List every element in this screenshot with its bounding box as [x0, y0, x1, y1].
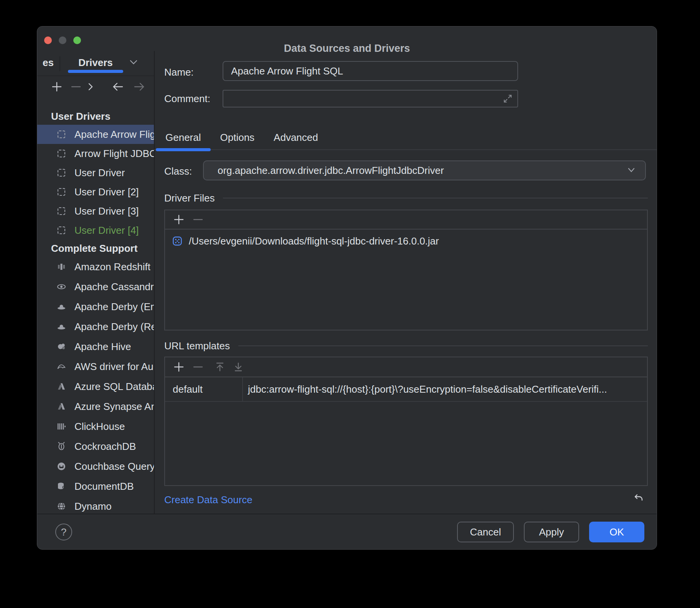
sidebar-item-label: AWS driver for Aurora MySQL	[74, 361, 154, 373]
sidebar-item-label: User Driver	[74, 167, 125, 179]
driver-list: User DriversApache Arrow Flight SQLArrow…	[37, 108, 154, 514]
sidebar-item-user-driver-4[interactable]: User Driver [4]	[37, 221, 154, 240]
add-file-button[interactable]	[173, 214, 184, 225]
name-input[interactable]	[223, 61, 518, 81]
expand-icon[interactable]	[503, 94, 513, 104]
sidebar-item-user-driver[interactable]: User Driver	[37, 163, 154, 182]
url-template-value: jdbc:arrow-flight-sql://{host}:{port}\?u…	[243, 377, 647, 401]
sidebar-item-documentdb[interactable]: DocumentDB	[37, 476, 154, 496]
section-header-user-drivers: User Drivers	[37, 108, 154, 125]
sidebar-item-label: Apache Derby (Remote)	[74, 321, 154, 333]
chevron-down-icon[interactable]	[129, 59, 139, 66]
jar-file-icon	[172, 236, 183, 246]
sidebar-item-label: Couchbase Query	[74, 461, 154, 473]
footer-separator	[37, 514, 657, 514]
sidebar-item-dynamo[interactable]: Dynamo	[37, 496, 154, 514]
active-tab-underline	[68, 70, 123, 73]
sidebar-item-user-driver-3[interactable]: User Driver [3]	[37, 202, 154, 221]
chevron-down-icon	[627, 167, 636, 173]
forward-button[interactable]	[133, 81, 145, 92]
back-button[interactable]	[112, 81, 124, 92]
sidebar-item-couchbase-query[interactable]: Couchbase Query	[37, 456, 154, 476]
comment-input[interactable]	[223, 90, 518, 107]
tab-drivers[interactable]: Drivers	[68, 57, 123, 69]
expand-node-icon[interactable]	[86, 83, 95, 91]
driver-files-header: Driver Files	[164, 192, 648, 204]
class-dropdown[interactable]: org.apache.arrow.driver.jdbc.ArrowFlight…	[203, 160, 646, 180]
sidebar-item-apache-cassandra[interactable]: Apache Cassandra	[37, 277, 154, 297]
derby-icon	[56, 322, 66, 332]
sidebar-item-cockroachdb[interactable]: CockroachDB	[37, 436, 154, 456]
user-driver-icon	[56, 149, 66, 159]
derby-icon	[56, 302, 66, 312]
driver-files-toolbar	[165, 210, 647, 230]
sidebar-item-azure-synapse-analytics[interactable]: Azure Synapse Analytics	[37, 397, 154, 416]
add-driver-button[interactable]	[51, 81, 63, 93]
sidebar-item-label: Amazon Redshift	[74, 261, 150, 273]
sidebar-item-label: User Driver [2]	[74, 186, 139, 198]
user-driver-icon	[56, 129, 66, 139]
create-data-source-link[interactable]: Create Data Source	[164, 494, 253, 506]
sidebar-item-clickhouse[interactable]: ClickHouse	[37, 416, 154, 436]
tab-advanced[interactable]: Advanced	[264, 126, 328, 149]
add-template-button[interactable]	[173, 362, 184, 372]
driver-files-box: /Users/evgenii/Downloads/flight-sql-jdbc…	[164, 210, 648, 330]
sidebar-item-arrow-flight-jdbc[interactable]: Arrow Flight JDBC	[37, 144, 154, 163]
sidebar-item-user-driver-2[interactable]: User Driver [2]	[37, 182, 154, 202]
user-driver-icon	[56, 206, 66, 216]
user-driver-icon	[56, 168, 66, 178]
couchbase-icon	[56, 461, 66, 471]
create-data-source-row: Create Data Source	[164, 486, 648, 514]
user-driver-icon	[56, 225, 66, 235]
url-templates-toolbar	[165, 357, 647, 377]
sidebar-item-label: Apache Arrow Flight SQL	[74, 129, 154, 140]
ok-button[interactable]: OK	[589, 522, 644, 542]
data-sources-dialog: Data Sources and Drivers es Drivers User…	[37, 26, 657, 550]
tab-separator	[59, 56, 60, 71]
azure-icon	[56, 382, 66, 392]
documentdb-icon	[56, 481, 66, 491]
sidebar-item-label: User Driver [4]	[74, 225, 139, 236]
sidebar-item-label: Apache Cassandra	[74, 281, 154, 293]
class-label: Class:	[164, 165, 192, 177]
sidebar-item-label: ClickHouse	[74, 421, 125, 433]
azure-icon	[56, 401, 66, 411]
sidebar-item-aws-driver-for-aurora-mysql[interactable]: AWS driver for Aurora MySQL	[37, 357, 154, 377]
redshift-icon	[56, 262, 66, 272]
undo-icon[interactable]	[632, 493, 645, 505]
apply-button[interactable]: Apply	[524, 522, 579, 542]
aws-mysql-icon	[56, 362, 66, 372]
user-driver-icon	[56, 187, 66, 197]
move-up-button[interactable]	[215, 362, 225, 372]
driver-file-row[interactable]: /Users/evgenii/Downloads/flight-sql-jdbc…	[165, 231, 647, 251]
name-label: Name:	[164, 66, 194, 78]
section-header-complete-support: Complete Support	[37, 240, 154, 257]
tab-general[interactable]: General	[156, 126, 211, 149]
move-down-button[interactable]	[233, 362, 243, 372]
cancel-button[interactable]: Cancel	[457, 522, 514, 542]
remove-file-button[interactable]	[193, 214, 203, 225]
tab-data-sources[interactable]: es	[43, 57, 54, 69]
url-templates-box: default jdbc:arrow-flight-sql://{host}:{…	[164, 357, 648, 486]
driver-file-path: /Users/evgenii/Downloads/flight-sql-jdbc…	[189, 235, 439, 247]
sidebar-item-apache-derby-remote[interactable]: Apache Derby (Remote)	[37, 317, 154, 337]
remove-template-button[interactable]	[193, 362, 203, 372]
tab-options[interactable]: Options	[211, 126, 264, 149]
sidebar-item-apache-derby-embedded[interactable]: Apache Derby (Embedded)	[37, 297, 154, 317]
dynamo-icon	[56, 501, 66, 511]
sidebar-item-azure-sql-database[interactable]: Azure SQL Database	[37, 377, 154, 397]
sidebar-item-label: User Driver [3]	[74, 205, 139, 217]
class-value: org.apache.arrow.driver.jdbc.ArrowFlight…	[218, 165, 627, 177]
sidebar-item-apache-hive[interactable]: Apache Hive	[37, 337, 154, 357]
clickhouse-icon	[56, 421, 66, 431]
help-button[interactable]: ?	[55, 524, 72, 540]
remove-driver-button[interactable]	[70, 81, 82, 93]
driver-settings-tabs: General Options Advanced	[154, 126, 657, 150]
sidebar-item-label: Azure SQL Database	[74, 381, 154, 393]
sidebar-item-label: Arrow Flight JDBC	[74, 148, 154, 160]
url-template-row[interactable]: default jdbc:arrow-flight-sql://{host}:{…	[165, 377, 647, 402]
sidebar-divider	[154, 51, 155, 514]
sidebar-item-apache-arrow-flight-sql[interactable]: Apache Arrow Flight SQL	[37, 125, 154, 144]
sidebar-item-amazon-redshift[interactable]: Amazon Redshift	[37, 257, 154, 277]
hive-icon	[56, 342, 66, 352]
